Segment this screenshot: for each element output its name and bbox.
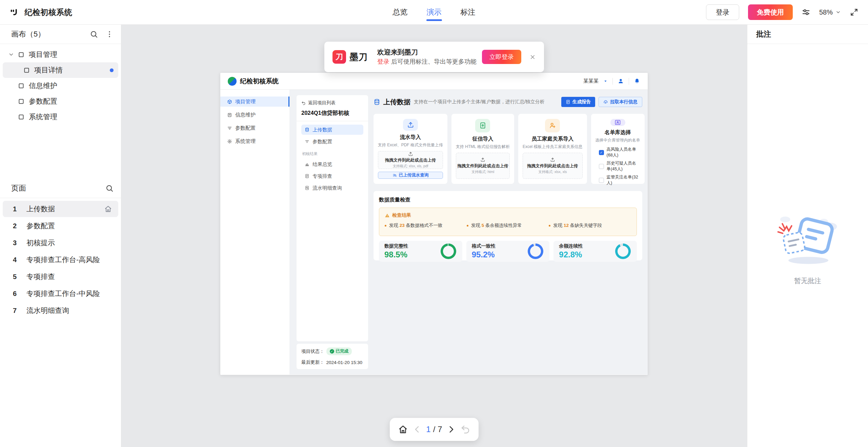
file-dropzone[interactable]: 拖拽文件到此处或点击上传支持格式: html xyxy=(456,153,510,179)
dropzone-title: 拖拽文件到此处或点击上传 xyxy=(457,163,508,169)
prev-page-icon[interactable] xyxy=(412,424,422,434)
canvas-item-label: 项目管理 xyxy=(29,50,57,59)
page-label: 专项排查工作台-高风险 xyxy=(26,255,100,264)
panel-menu-上传数据[interactable]: 上传数据 xyxy=(301,125,363,135)
page-row-专项排查工作台-高风险[interactable]: 4专项排查工作台-高风险 xyxy=(3,252,118,268)
fetch-bank-info-button[interactable]: 拉取本行信息 xyxy=(599,97,642,107)
login-now-button[interactable]: 立即登录 xyxy=(482,50,521,64)
frame-icon xyxy=(23,67,30,74)
back-to-projects[interactable]: 返回项目列表 xyxy=(301,100,363,106)
active-canvas-dot xyxy=(110,68,114,72)
metric-value: 95.2% xyxy=(472,250,496,259)
upload-icon-tile xyxy=(403,119,418,131)
upload-title: 上传数据 xyxy=(383,98,410,107)
canvas-tree-item[interactable]: 参数配置 xyxy=(3,93,118,109)
check-result-label: 检查结果 xyxy=(392,212,411,218)
panel-menu-流水明细查询[interactable]: 流水明细查询 xyxy=(301,183,363,193)
banner-title: 欢迎来到墨刀 xyxy=(377,47,477,57)
frame-icon xyxy=(18,82,25,89)
mockup-nav-参数配置[interactable]: 参数配置 xyxy=(220,123,289,133)
file-dropzone[interactable]: 拖拽文件到此处或点击上传支持格式: xlsx, xls xyxy=(523,153,583,179)
left-sidebar: 画布（5） 项目管理项目详情信息维护参数配置系统管理 页面 1上传数据2参数配置… xyxy=(0,25,121,447)
frame-icon xyxy=(18,51,25,58)
login-button[interactable]: 登录 xyxy=(706,4,739,20)
tab-标注[interactable]: 标注 xyxy=(459,0,477,25)
page-label: 上传数据 xyxy=(26,204,55,214)
user-icon[interactable] xyxy=(618,78,624,84)
uploaded-flow-query-button[interactable]: 已上传流水查询 xyxy=(378,172,443,179)
presentation-canvas[interactable]: 刀 墨刀 欢迎来到墨刀 登录 后可使用标注、导出等更多功能 立即登录 纪检初核系… xyxy=(121,25,747,447)
mockup-nav-系统管理[interactable]: 系统管理 xyxy=(220,136,289,146)
generate-report-button[interactable]: 生成报告 xyxy=(561,97,595,107)
checkbox-checked-icon[interactable]: ✓ xyxy=(599,150,604,155)
fullscreen-icon[interactable] xyxy=(850,8,859,17)
file-dropzone[interactable]: 拖拽文件到此处或点击上传支持格式: xlsx, xls, pdf xyxy=(378,151,443,169)
banner-subtitle-text: 后可使用标注、导出等更多功能 xyxy=(389,58,477,65)
project-title: 2024Q1信贷部初核 xyxy=(301,109,363,117)
login-link[interactable]: 登录 xyxy=(377,58,389,65)
page-label: 专项排查工作台-中风险 xyxy=(26,289,100,298)
close-icon[interactable] xyxy=(529,54,536,60)
bell-icon[interactable] xyxy=(634,78,640,84)
upload-card-title: 征信导入 xyxy=(472,135,493,143)
quality-finding: 发现 12 条缺失关键字段 xyxy=(549,222,631,229)
check-circle-icon: ✓ xyxy=(330,349,334,354)
restart-icon[interactable] xyxy=(460,424,470,434)
more-options-icon[interactable] xyxy=(105,30,114,38)
quality-finding: 发现 5 条余额连续性异常 xyxy=(467,222,549,229)
page-row-参数配置[interactable]: 2参数配置 xyxy=(3,218,118,234)
uploaded-flow-query-label: 已上传流水查询 xyxy=(399,172,429,178)
document-icon xyxy=(305,174,309,178)
canvas-tree-item[interactable]: 系统管理 xyxy=(3,109,118,125)
mockup-nav-信息维护[interactable]: 信息维护 xyxy=(220,110,289,120)
canvas-tree-item[interactable]: 项目详情 xyxy=(3,62,118,78)
panel-menu-参数配置[interactable]: 参数配置 xyxy=(301,136,363,147)
upload-card-desc: Excel 模板上传员工家庭关系信息 xyxy=(523,144,583,150)
results-section-label: 初核结果 xyxy=(302,151,363,156)
checkbox-icon[interactable] xyxy=(599,164,604,169)
option-label: 历史可疑人员名单(45人) xyxy=(607,161,640,172)
upload-card-员工家庭关系导入: 员工家庭关系导入Excel 模板上传员工家庭关系信息拖拽文件到此处或点击上传支持… xyxy=(518,114,587,184)
search-icon[interactable] xyxy=(90,30,98,38)
name-list-option[interactable]: 监管关注名单(32人) xyxy=(599,174,640,186)
home-icon[interactable] xyxy=(398,424,408,434)
upload-card-desc: 支持 Excel、PDF 格式文件批量上传 xyxy=(378,142,443,148)
modao-brand-icon: 刀 xyxy=(332,50,346,64)
person-add-icon xyxy=(549,122,556,129)
page-row-专项排查工作台-中风险[interactable]: 6专项排查工作台-中风险 xyxy=(3,285,118,302)
metric-info: 格式一致性95.2% xyxy=(472,243,496,259)
panel-menu-label: 结果总览 xyxy=(312,161,332,168)
next-page-icon[interactable] xyxy=(446,424,456,434)
updated-value: 2024-01-20 15:30 xyxy=(326,360,363,365)
page-label: 初核提示 xyxy=(26,238,55,248)
canvas-tree-item[interactable]: 项目管理 xyxy=(3,47,118,62)
free-use-button[interactable]: 免费使用 xyxy=(748,4,793,20)
user-name[interactable]: 某某某 xyxy=(583,78,599,84)
mockup-nav-项目管理[interactable]: 项目管理 xyxy=(220,97,289,107)
file-upload-icon xyxy=(479,122,486,129)
page-row-初核提示[interactable]: 3初核提示 xyxy=(3,235,118,251)
name-list-option[interactable]: 历史可疑人员名单(45人) xyxy=(599,161,640,172)
search-icon[interactable] xyxy=(105,184,114,192)
panel-menu-专项排查[interactable]: 专项排查 xyxy=(301,171,363,181)
canvas-tree-item[interactable]: 信息维护 xyxy=(3,78,118,93)
tab-演示[interactable]: 演示 xyxy=(425,0,443,25)
brand-name: 墨刀 xyxy=(349,51,368,63)
upload-card-征信导入: 征信导入支持 HTML 格式征信报告解析拖拽文件到此处或点击上传支持格式: ht… xyxy=(451,114,514,184)
checkbox-icon[interactable] xyxy=(599,178,604,183)
dropzone-formats: 支持格式: xlsx, xls xyxy=(538,170,567,174)
metric-label: 余额连续性 xyxy=(559,243,583,249)
tab-总览[interactable]: 总览 xyxy=(391,0,409,25)
page-row-流水明细查询[interactable]: 7流水明细查询 xyxy=(3,302,118,319)
page-row-专项排查[interactable]: 5专项排查 xyxy=(3,269,118,285)
empty-annotations-text: 暂无批注 xyxy=(747,276,868,285)
status-badge: ✓ 已完成 xyxy=(326,347,352,355)
page-row-上传数据[interactable]: 1上传数据 xyxy=(3,201,118,217)
name-list-option[interactable]: ✓高风险人员名单(68人) xyxy=(599,147,640,158)
panel-menu-结果总览[interactable]: 结果总览 xyxy=(301,159,363,169)
upload-icon xyxy=(408,151,413,156)
zoom-control[interactable]: 58% xyxy=(819,8,841,16)
panel-menu-label: 上传数据 xyxy=(312,127,332,133)
metric-info: 数据完整性98.5% xyxy=(384,243,408,259)
settings-sliders-icon[interactable] xyxy=(802,8,810,17)
